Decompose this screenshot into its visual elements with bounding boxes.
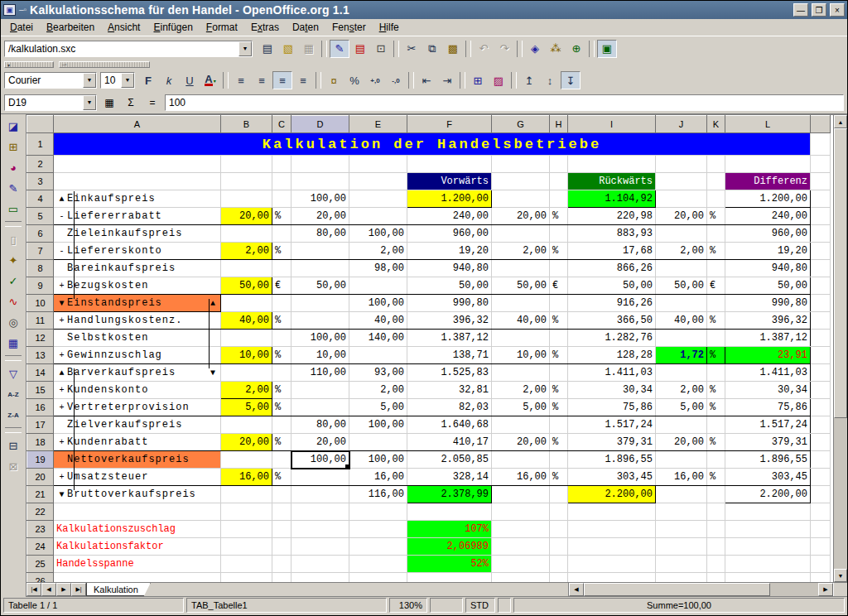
cell-I10[interactable]: 916,26: [568, 295, 656, 312]
cell-F4[interactable]: 1.200,00: [407, 190, 492, 208]
col-header-F[interactable]: F: [407, 116, 492, 133]
cell-I16[interactable]: 75,86: [568, 399, 656, 416]
form-controls-icon[interactable]: ▭: [3, 199, 23, 219]
col-header-L[interactable]: L: [725, 116, 811, 133]
cell-J23[interactable]: [656, 521, 707, 538]
cell-J26[interactable]: [656, 573, 707, 583]
scroll-right-icon[interactable]: ▶: [818, 583, 833, 596]
cell-I17[interactable]: 1.517,24: [568, 416, 656, 434]
cell-H4[interactable]: [550, 190, 568, 208]
cell-C11[interactable]: %: [272, 312, 292, 330]
cell-L9[interactable]: 50,00: [725, 277, 811, 295]
cell-F6[interactable]: 960,00: [407, 225, 492, 243]
cell-A25[interactable]: Handelsspanne: [54, 556, 221, 573]
col-header-K[interactable]: K: [707, 116, 725, 133]
cell-K12[interactable]: [707, 330, 725, 347]
cell-F19[interactable]: 2.050,85: [407, 451, 492, 469]
align-middle-button[interactable]: ↕: [540, 71, 560, 89]
cell-J2[interactable]: [656, 156, 707, 173]
row-header-11[interactable]: 11: [27, 312, 54, 330]
cell-B12[interactable]: [221, 330, 272, 347]
cell-F20[interactable]: 328,14: [407, 469, 492, 486]
cell-A10[interactable]: ▼Einstandspreis▲: [54, 295, 221, 312]
italic-button[interactable]: k: [159, 71, 179, 89]
cell-E26[interactable]: [349, 573, 407, 583]
cell-H7[interactable]: %: [550, 243, 568, 260]
cell-D24[interactable]: [292, 538, 349, 556]
cell-J9[interactable]: 50,00: [656, 277, 707, 295]
minimize-button[interactable]: —: [793, 3, 808, 17]
cell-K9[interactable]: €: [707, 277, 725, 295]
sum-icon[interactable]: Σ: [122, 94, 140, 111]
cell-D20[interactable]: [292, 469, 349, 486]
cell-E11[interactable]: 40,00: [349, 312, 407, 330]
cell-H15[interactable]: %: [550, 382, 568, 399]
cell-H22[interactable]: [550, 503, 568, 521]
cell-L25[interactable]: [725, 556, 811, 573]
cell-G4[interactable]: [492, 190, 550, 208]
cell-C26[interactable]: [272, 573, 292, 583]
cell-D23[interactable]: [292, 521, 349, 538]
row-header-25[interactable]: 25: [27, 556, 54, 573]
cell-M4[interactable]: [811, 190, 831, 208]
cell-F5[interactable]: 240,00: [407, 208, 492, 225]
cell-E24[interactable]: [349, 538, 407, 556]
cell-I21[interactable]: 2.200,00: [568, 486, 656, 503]
cell-M3[interactable]: [811, 173, 831, 190]
cell-J24[interactable]: [656, 538, 707, 556]
cell-C22[interactable]: [272, 503, 292, 521]
cell-D2[interactable]: [292, 156, 349, 173]
cell-F13[interactable]: 138,71: [407, 347, 492, 364]
font-size-dropdown-icon[interactable]: ▼: [121, 73, 134, 88]
cell-G2[interactable]: [492, 156, 550, 173]
cell-F17[interactable]: 1.640,68: [407, 416, 492, 434]
cell-B25[interactable]: [221, 556, 272, 573]
scroll-up-icon[interactable]: ▲: [834, 115, 847, 128]
cell-F2[interactable]: [407, 156, 492, 173]
row-header-8[interactable]: 8: [27, 260, 54, 277]
cell-D15[interactable]: [292, 382, 349, 399]
cell-J20[interactable]: 16,00: [656, 469, 707, 486]
cell-I6[interactable]: 883,93: [568, 225, 656, 243]
cell-H12[interactable]: [550, 330, 568, 347]
cell-A23[interactable]: Kalkulationszuschlag: [54, 521, 221, 538]
cell-H6[interactable]: [550, 225, 568, 243]
cell-G22[interactable]: [492, 503, 550, 521]
cell-A2[interactable]: [54, 156, 221, 173]
menu-ansicht[interactable]: Ansicht: [102, 20, 146, 35]
data-sources-icon[interactable]: ▦: [3, 333, 23, 353]
row-header-20[interactable]: 20: [27, 469, 54, 486]
cell-L7[interactable]: 19,20: [725, 243, 811, 260]
copy-icon[interactable]: ⧉: [422, 40, 442, 58]
cell-E18[interactable]: [349, 434, 407, 451]
insert-frame-icon[interactable]: ▯: [3, 229, 23, 249]
cell-H20[interactable]: %: [550, 469, 568, 486]
cell-K8[interactable]: [707, 260, 725, 277]
cell-A26[interactable]: [54, 573, 221, 583]
cell-L22[interactable]: [725, 503, 811, 521]
horizontal-scrollbar-thumb[interactable]: [584, 583, 770, 596]
cell-L3[interactable]: Differenz: [725, 173, 811, 190]
cell-G24[interactable]: [492, 538, 550, 556]
scroll-left-icon[interactable]: ◀: [569, 583, 584, 596]
col-header-J[interactable]: J: [656, 116, 707, 133]
cell-B20[interactable]: 16,00: [221, 469, 272, 486]
cell-G13[interactable]: 10,00: [492, 347, 550, 364]
row-header-26[interactable]: 26: [27, 573, 54, 583]
cell-K13[interactable]: %: [707, 347, 725, 364]
grid-corner[interactable]: [27, 116, 54, 133]
cell-L8[interactable]: 940,80: [725, 260, 811, 277]
cell-H16[interactable]: %: [550, 399, 568, 416]
undo-icon[interactable]: ↶: [474, 40, 494, 58]
cell-K23[interactable]: [707, 521, 725, 538]
col-header-A[interactable]: A: [54, 116, 221, 133]
cell-G15[interactable]: 2,00: [492, 382, 550, 399]
row-header-14[interactable]: 14: [27, 364, 54, 382]
cell-I19[interactable]: 1.896,55: [568, 451, 656, 469]
cell-G19[interactable]: [492, 451, 550, 469]
cell-A13[interactable]: +Gewinnzuschlag: [54, 347, 221, 364]
cell-G3[interactable]: [492, 173, 550, 190]
cell-L14[interactable]: 1.411,03: [725, 364, 811, 382]
cell-E14[interactable]: 93,00: [349, 364, 407, 382]
export-pdf-icon[interactable]: ▤: [350, 40, 370, 58]
